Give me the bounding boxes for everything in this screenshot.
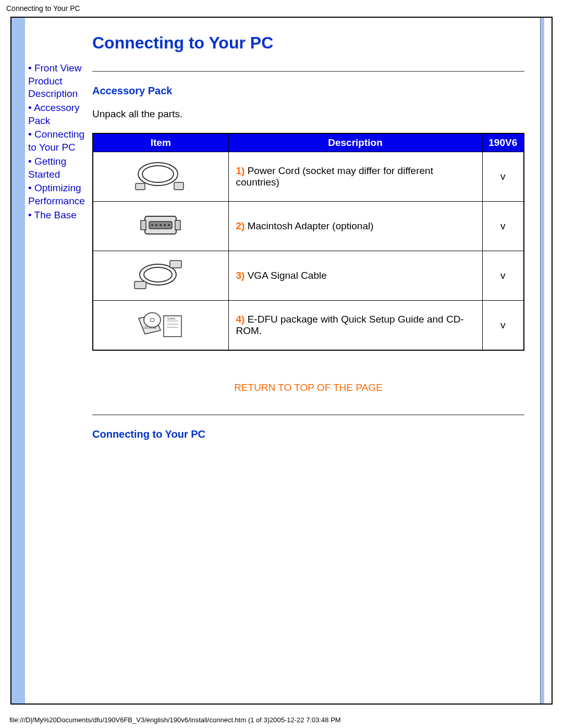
item-check-cell: v (482, 301, 524, 350)
sidebar-item-front-view[interactable]: • Front View Product Description (28, 62, 90, 101)
document-frame: • Front View Product Description • Acces… (10, 17, 553, 705)
sidebar-item-label: Getting Started (28, 156, 66, 180)
svg-rect-2 (136, 183, 145, 190)
sidebar-item-optimizing[interactable]: • Optimizing Performance (28, 182, 90, 207)
right-border-strip (544, 18, 552, 704)
sidebar-item-accessory-pack[interactable]: • Accessory Pack (28, 102, 90, 127)
svg-text:Quick: Quick (167, 317, 176, 320)
section-body-text: Unpack all the parts. (92, 108, 524, 120)
content-area: • Front View Product Description • Acces… (25, 18, 540, 704)
svg-point-6 (151, 224, 153, 226)
item-desc-text: Macintosh Adapter (optional) (244, 220, 373, 231)
item-description-cell: 4) E-DFU package with Quick Setup Guide … (228, 301, 482, 350)
item-desc-text: VGA Signal Cable (244, 270, 326, 281)
item-check-cell: v (482, 251, 524, 301)
svg-point-19 (150, 318, 154, 322)
item-image-cell (93, 202, 228, 251)
vga-cable-icon (129, 256, 192, 293)
page-header-title: Connecting to Your PC (0, 0, 563, 17)
svg-point-1 (142, 166, 174, 182)
sidebar-item-the-base[interactable]: • The Base (28, 209, 90, 222)
divider (92, 414, 524, 415)
macintosh-adapter-icon (129, 207, 192, 243)
svg-point-8 (160, 224, 162, 226)
item-image-cell: CD-ROM Quick (93, 301, 228, 350)
table-row: 3) VGA Signal Cable v (93, 251, 524, 301)
accessory-table: Item Description 190V6 (92, 133, 524, 351)
item-check-cell: v (482, 152, 524, 202)
sidebar-item-getting-started[interactable]: • Getting Started (28, 155, 90, 181)
svg-point-10 (168, 224, 170, 226)
sidebar-item-label: Front View Product Description (28, 63, 81, 99)
item-number: 2) (236, 220, 245, 231)
item-number: 4) (236, 314, 245, 325)
sidebar-item-label: Connecting to Your PC (28, 129, 84, 153)
svg-point-7 (155, 224, 157, 226)
sidebar-item-label: Optimizing Performance (28, 182, 85, 206)
svg-point-9 (164, 224, 166, 226)
sidebar-item-label: Accessory Pack (28, 102, 80, 126)
left-decorative-strip (11, 18, 25, 704)
table-row: CD-ROM Quick 4) E-DFU package with Quick… (93, 301, 524, 350)
edfu-package-icon: CD-ROM Quick (129, 305, 192, 342)
svg-rect-3 (174, 182, 183, 190)
svg-rect-11 (141, 220, 146, 230)
item-description-cell: 3) VGA Signal Cable (228, 251, 482, 301)
item-image-cell (93, 152, 228, 202)
section-heading-connecting: Connecting to Your PC (92, 428, 524, 440)
svg-point-14 (144, 267, 172, 282)
table-header-item: Item (93, 133, 228, 152)
svg-rect-12 (175, 220, 180, 230)
return-to-top-link[interactable]: RETURN TO TOP OF THE PAGE (92, 382, 524, 393)
footer-file-path: file:///D|/My%20Documents/dfu/190V6FB_V3… (9, 716, 341, 724)
item-desc-text: Power Cord (socket may differ for differ… (236, 165, 433, 188)
table-header-description: Description (228, 133, 482, 152)
section-heading-accessory: Accessory Pack (92, 85, 524, 97)
item-number: 3) (236, 270, 245, 281)
item-image-cell (93, 251, 228, 301)
sidebar-nav: • Front View Product Description • Acces… (25, 18, 90, 704)
sidebar-item-label: The Base (34, 209, 77, 220)
table-header-model: 190V6 (482, 133, 524, 152)
item-description-cell: 1) Power Cord (socket may differ for dif… (228, 152, 482, 202)
table-row: 2) Macintosh Adapter (optional) v (93, 202, 524, 251)
svg-text:CD-ROM: CD-ROM (143, 326, 156, 329)
bullet-icon: • (28, 102, 34, 113)
item-description-cell: 2) Macintosh Adapter (optional) (228, 202, 482, 251)
power-cord-icon (129, 157, 192, 194)
bullet-icon: • (28, 129, 34, 140)
divider (92, 71, 524, 72)
bullet-icon: • (28, 182, 34, 193)
table-row: 1) Power Cord (socket may differ for dif… (93, 152, 524, 202)
page-title: Connecting to Your PC (92, 33, 524, 53)
item-number: 1) (236, 165, 245, 176)
bullet-icon: • (28, 63, 34, 73)
item-desc-text: E-DFU package with Quick Setup Guide and… (236, 314, 464, 336)
right-scrollbar-strip[interactable] (540, 18, 544, 704)
bullet-icon: • (28, 209, 34, 220)
bullet-icon: • (28, 156, 34, 167)
svg-rect-16 (134, 281, 146, 289)
table-header-row: Item Description 190V6 (93, 133, 524, 152)
item-check-cell: v (482, 202, 524, 251)
main-content: Connecting to Your PC Accessory Pack Unp… (90, 18, 540, 704)
svg-rect-15 (170, 261, 181, 268)
sidebar-item-connecting[interactable]: • Connecting to Your PC (28, 128, 90, 154)
